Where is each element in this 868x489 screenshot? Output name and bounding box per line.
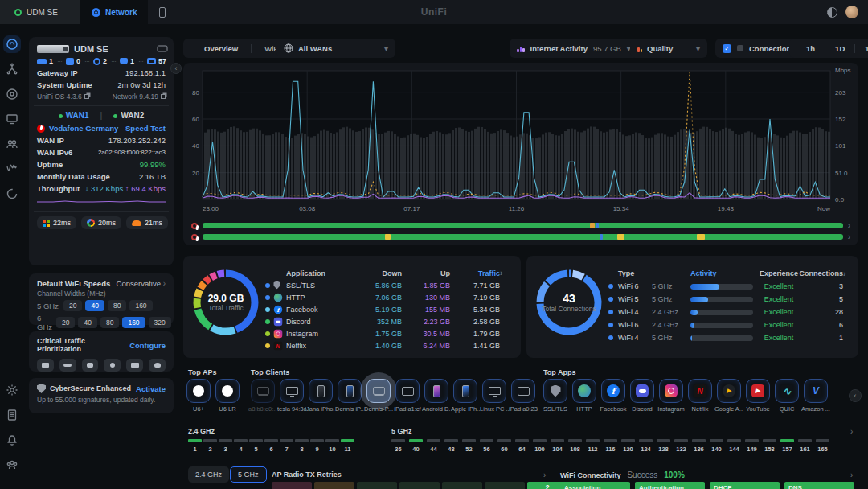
priority-device-chip[interactable]: [82, 359, 99, 372]
client-tile[interactable]: Android D...: [424, 379, 448, 413]
wan-selector[interactable]: All WANs ▾: [276, 39, 395, 58]
channel-cell[interactable]: 116: [604, 439, 617, 453]
right-panel-collapse-button[interactable]: ‹: [849, 389, 862, 402]
tab-console[interactable]: UDM SE: [0, 0, 80, 24]
tx-retry-segment[interactable]: [485, 482, 525, 489]
client-tile[interactable]: iPad a1:cf: [395, 379, 420, 413]
channel-cell[interactable]: 2: [203, 439, 217, 453]
channel-cell[interactable]: 161: [798, 439, 812, 453]
app-tile[interactable]: YouTube: [746, 379, 770, 413]
connectivity-stage[interactable]: Association: [560, 482, 630, 489]
range-tab[interactable]: 1W: [855, 44, 868, 53]
tx-retry-segment[interactable]: [399, 482, 440, 489]
nav-dashboard-icon[interactable]: [3, 35, 21, 53]
panel-collapse-button[interactable]: ‹: [170, 63, 182, 74]
console-mini-icon[interactable]: [158, 46, 168, 52]
copy-icon[interactable]: [161, 94, 166, 99]
app-tile[interactable]: QUIC: [775, 379, 799, 413]
channel-cell[interactable]: 52: [462, 439, 476, 453]
channel-cell[interactable]: 153: [763, 439, 776, 453]
activate-link[interactable]: Activate: [136, 384, 166, 393]
width-option[interactable]: 160: [129, 300, 152, 311]
configure-link[interactable]: Configure: [129, 341, 166, 350]
connectivity-stage[interactable]: DNS: [784, 482, 854, 489]
ap-tile[interactable]: U6 LR: [215, 379, 240, 413]
channel-cell[interactable]: 128: [657, 439, 670, 453]
channel-cell[interactable]: 3: [219, 439, 232, 453]
logs-clipboard-icon[interactable]: [3, 406, 21, 424]
channel-cell[interactable]: 140: [710, 439, 723, 453]
wan2-uptime-bar[interactable]: [203, 234, 843, 240]
connectivity-stage[interactable]: DHCP: [710, 482, 780, 489]
band-5-button[interactable]: 5 GHz: [230, 466, 267, 483]
app-tile[interactable]: Amazon ...: [804, 379, 828, 413]
tx-retry-segment[interactable]: [442, 482, 482, 489]
channel-cell[interactable]: 165: [816, 439, 829, 453]
channel-cell[interactable]: 60: [497, 439, 511, 453]
channel-cell[interactable]: 36: [391, 439, 405, 453]
applications-more-chevron[interactable]: ›: [500, 269, 508, 277]
copy-icon[interactable]: [84, 94, 89, 99]
client-tile[interactable]: Apple iPh...: [453, 379, 477, 413]
nav-vpn-icon[interactable]: [3, 160, 21, 178]
settings-gear-icon[interactable]: [3, 381, 21, 399]
priority-device-chip[interactable]: [149, 359, 166, 372]
channel-cell[interactable]: 40: [409, 439, 423, 453]
channel-cell[interactable]: 56: [480, 439, 493, 453]
traffic-chart[interactable]: 2040608023:0003:0807:1711:2615:3419:43No…: [183, 63, 858, 217]
connection-type-row[interactable]: WiFi 4 2.4 GHz Excellent 28: [608, 306, 851, 318]
traffic-sort-header[interactable]: Traffic: [450, 269, 500, 277]
connection-type-row[interactable]: WiFi 6 5 GHz Excellent 3: [608, 280, 851, 293]
checkbox-checked-icon[interactable]: ✓: [723, 44, 731, 53]
channel-cell[interactable]: 9: [310, 439, 324, 453]
channel-cell[interactable]: 108: [568, 439, 582, 453]
client-tile[interactable]: tesla 94:3d: [280, 379, 304, 413]
app-tile[interactable]: Instagram: [659, 379, 683, 413]
width-option[interactable]: 80: [108, 300, 126, 311]
channel-cell[interactable]: 100: [533, 439, 547, 453]
client-tile[interactable]: a8:b8:e0:...: [251, 379, 275, 413]
speed-test-link[interactable]: Speed Test: [125, 124, 166, 133]
wan1-uptime-bar[interactable]: [203, 223, 843, 228]
channel-cell[interactable]: 64: [515, 439, 529, 453]
nav-topology-icon[interactable]: [3, 60, 21, 78]
channel-cell[interactable]: 120: [621, 439, 635, 453]
channel-cell[interactable]: 104: [551, 439, 564, 453]
connection-type-row[interactable]: WiFi 4 5 GHz Excellent 1: [608, 331, 851, 344]
connectivity-stage[interactable]: Authentication: [635, 482, 705, 489]
tx-retry-segment[interactable]: [314, 482, 354, 489]
width-option[interactable]: 80: [100, 317, 119, 328]
app-tile[interactable]: Netflix: [688, 379, 712, 413]
nav-clients-icon[interactable]: [3, 110, 21, 128]
internet-activity-selector[interactable]: Internet Activity 95.7 GB ▾: [510, 39, 638, 58]
range-tab[interactable]: 1D: [825, 44, 855, 53]
channel-cell[interactable]: 149: [745, 439, 759, 453]
app-tile[interactable]: Discord: [630, 379, 654, 413]
range-tab[interactable]: 1h: [796, 44, 825, 53]
connection-type-row[interactable]: WiFi 6 2.4 GHz Excellent 6: [608, 318, 851, 331]
admins-icon[interactable]: [3, 456, 21, 474]
connection-type-row[interactable]: WiFi 5 5 GHz Excellent 5: [608, 293, 851, 306]
application-row[interactable]: Facebook 5.19 GB 155 MB 5.34 GB: [265, 303, 508, 315]
channel-cell[interactable]: 10: [326, 439, 339, 453]
channel-cell[interactable]: 144: [727, 439, 741, 453]
priority-device-chip[interactable]: [104, 359, 121, 372]
channel-cell[interactable]: 132: [674, 439, 688, 453]
nav-users-icon[interactable]: [3, 135, 21, 153]
theme-toggle-icon[interactable]: [827, 7, 837, 18]
channel-cell[interactable]: 6: [264, 439, 278, 453]
channel-cell[interactable]: 11: [341, 439, 354, 453]
app-tile[interactable]: SSL/TLS: [543, 379, 567, 413]
channel-cell[interactable]: 4: [234, 439, 248, 453]
wan2-tab[interactable]: WAN2: [113, 111, 144, 120]
quality-selector[interactable]: Quality ▾: [630, 39, 707, 58]
wan1-tab[interactable]: WAN1: [59, 111, 89, 120]
width-option[interactable]: 160: [122, 317, 145, 328]
client-tile[interactable]: Jana iPho...: [309, 379, 333, 413]
nav-insights-icon[interactable]: [3, 185, 21, 203]
width-option[interactable]: 40: [78, 317, 96, 328]
wifi-speeds-mode[interactable]: Conservative ›: [117, 279, 166, 288]
tx-retries-chevron[interactable]: ›: [543, 471, 546, 479]
client-tile[interactable]: iPad a0:23: [511, 379, 535, 413]
channel-cell[interactable]: 48: [444, 439, 458, 453]
